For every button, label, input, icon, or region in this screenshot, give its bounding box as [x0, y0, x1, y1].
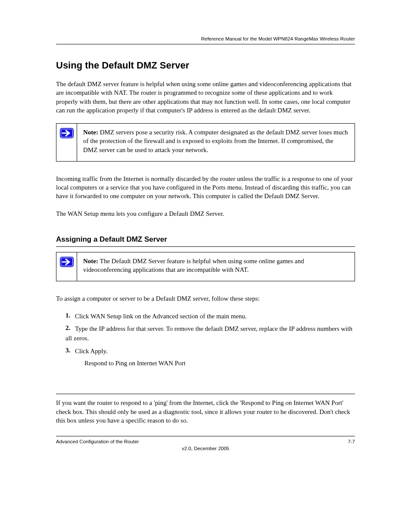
- intro-paragraph: The default DMZ server feature is helpfu…: [56, 80, 355, 115]
- note-2-text: Note: The Default DMZ Server feature is …: [77, 252, 355, 281]
- section-title: Using the Default DMZ Server: [56, 60, 355, 71]
- note-1-text: Note: DMZ servers pose a security risk. …: [77, 124, 355, 161]
- header-manual-title: Reference Manual for the Model WPN824 Ra…: [56, 36, 355, 44]
- dmz-paragraph: Incoming traffic from the Internet is no…: [56, 174, 355, 201]
- step-3-sub: Respond to Ping on Internet WAN Port: [84, 359, 355, 368]
- ping-paragraph: If you want the router to respond to a '…: [56, 398, 355, 425]
- note-arrow-icon: [56, 252, 77, 281]
- note-box-1: Note: DMZ servers pose a security risk. …: [56, 123, 355, 162]
- step-3: 3.Click Apply. Respond to Ping on Intern…: [65, 347, 355, 368]
- footer-right: 7-7: [348, 439, 355, 444]
- step-1: 1.Click WAN Setup link on the Advanced s…: [65, 312, 355, 321]
- note-box-2: Note: The Default DMZ Server feature is …: [56, 252, 355, 282]
- subheading-assign-dmz: Assigning a Default DMZ Server: [56, 235, 355, 247]
- steps-lead: To assign a computer or server to be a D…: [56, 294, 355, 303]
- lead-paragraph: The WAN Setup menu lets you configure a …: [56, 209, 355, 218]
- footer-version: v2.0, December 2005: [56, 446, 355, 451]
- page-footer: Advanced Configuration of the Router 7-7: [56, 436, 355, 444]
- footer-left: Advanced Configuration of the Router: [56, 439, 139, 444]
- step-2: 2.Type the IP address for that server. T…: [65, 324, 355, 343]
- note-arrow-icon: [56, 124, 77, 161]
- subheading-ping: [56, 383, 355, 394]
